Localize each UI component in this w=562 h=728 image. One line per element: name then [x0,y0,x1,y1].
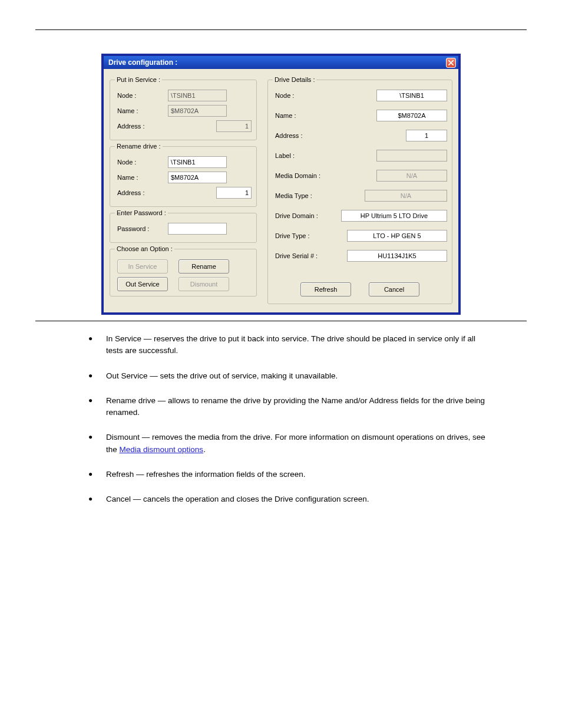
document-text: In Service — reserves the drive to put i… [88,333,485,505]
dd-mediadomain-label: Media Domain : [273,172,338,179]
pis-name-label: Name : [115,107,168,114]
dd-mediatype-value: N/A [365,190,447,202]
drive-details-legend: Drive Details : [273,76,316,83]
rename-drive-group: Rename drive : Node : Name : Address : [110,143,257,207]
rn-address-input[interactable] [216,187,252,199]
bullet-cancel: Cancel — cancels the operation and close… [88,493,485,505]
dd-address-label: Address : [273,132,338,139]
rename-drive-legend: Rename drive : [115,143,163,150]
dd-driveserial-label: Drive Serial # : [273,252,338,259]
cancel-button[interactable]: Cancel [369,282,419,297]
enter-password-legend: Enter Password : [115,209,168,216]
top-rule [35,29,527,30]
dd-drivedomain-label: Drive Domain : [273,212,338,219]
dd-mediadomain-value: N/A [376,170,447,182]
dismount-button: Dismount [178,277,229,291]
dd-name-value: $M8702A [376,110,447,121]
dd-mediatype-label: Media Type : [273,192,338,199]
password-input[interactable] [168,223,227,235]
choose-option-group: Choose an Option : In Service Rename Out… [110,245,257,297]
rn-name-label: Name : [115,174,168,181]
dd-label-label: Label : [273,152,338,159]
in-service-button: In Service [117,259,168,274]
enter-password-group: Enter Password : Password : [110,209,257,243]
refresh-button[interactable]: Refresh [300,282,351,297]
rn-node-label: Node : [115,159,168,166]
rename-button[interactable]: Rename [178,259,229,274]
media-dismount-link[interactable]: Media dismount options [120,445,204,454]
dd-drivetype-label: Drive Type : [273,232,338,239]
dd-node-value: \TSINB1 [376,90,447,101]
dd-node-label: Node : [273,92,338,99]
dd-driveserial-value: HU1134J1K5 [347,250,447,262]
out-service-button[interactable]: Out Service [117,277,168,291]
dialog-title: Drive configuration : [108,58,177,67]
pis-address-label: Address : [115,123,168,130]
rn-node-input[interactable] [168,156,227,168]
bullet-dismount: Dismount — removes the media from the dr… [88,431,485,456]
mid-rule [35,321,527,321]
dialog-screenshot: Drive configuration : Put in Service : N… [101,54,461,315]
put-in-service-group: Put in Service : Node : \TSINB1 Name : $… [110,76,257,140]
pis-node-field: \TSINB1 [168,90,227,101]
pis-address-field: 1 [216,120,252,132]
close-icon[interactable] [446,58,456,68]
put-in-service-legend: Put in Service : [115,76,162,83]
choose-option-legend: Choose an Option : [115,245,174,252]
dd-address-value: 1 [406,130,447,141]
bullet-refresh: Refresh — refreshes the information fiel… [88,469,485,480]
dialog-titlebar: Drive configuration : [104,56,458,69]
rn-address-label: Address : [115,189,168,196]
dd-drivedomain-value: HP Ultrium 5 LTO Drive [341,210,447,222]
dd-label-value [376,150,447,162]
pis-node-label: Node : [115,92,168,99]
bullet-out-service: Out Service — sets the drive out of serv… [88,370,485,382]
pis-name-field: $M8702A [168,105,227,117]
bullet-in-service: In Service — reserves the drive to put i… [88,333,485,357]
dd-drivetype-value: LTO - HP GEN 5 [347,230,447,242]
drive-details-group: Drive Details : Node : \TSINB1 Name : $M… [267,76,452,304]
bullet-rename-drive: Rename drive — allows to rename the driv… [88,395,485,419]
rn-name-input[interactable] [168,172,227,183]
password-label: Password : [115,225,168,232]
dd-name-label: Name : [273,112,338,119]
